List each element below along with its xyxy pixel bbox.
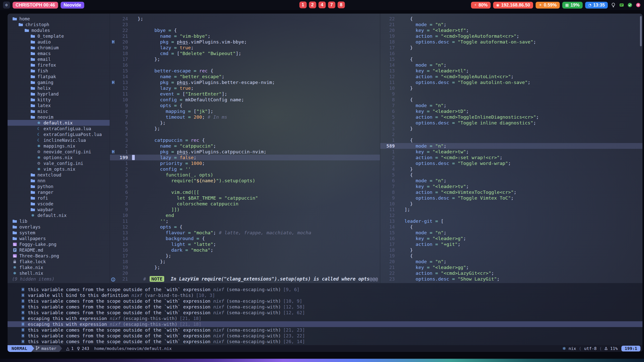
code-line[interactable]: 19 action = "<cmd>ToggleAutoformat<cr>"; <box>380 33 642 39</box>
code-line[interactable]: 2 config = '' <box>110 166 380 172</box>
code-line[interactable]: H1 pkg = pkgs.vimPlugins.catppuccin-nvim… <box>110 149 380 155</box>
tree-item[interactable]: modules <box>8 27 110 33</box>
tree-item[interactable]: nnn <box>8 178 110 184</box>
code-pane-left[interactable]: 24 };2322 bbye = {21 name = "vim-bbye";H… <box>110 14 380 283</box>
media-icon[interactable] <box>619 2 624 8</box>
git-branch[interactable]: master <box>34 345 60 352</box>
code-line[interactable]: 1 key = "<leader>tw"; <box>380 149 642 155</box>
check-icon[interactable] <box>627 2 633 8</box>
code-line[interactable]: 7 let $BAT_THEME = "catppuccin" <box>110 195 380 201</box>
code-line[interactable]: 22 action = "<cmd>LazyGit<cr>"; <box>380 270 642 276</box>
diagnostic-row[interactable]: Hthis variable comes from the scope outs… <box>8 333 642 339</box>
code-line[interactable]: 18 options.desc = "Toggle autoformat-on-… <box>380 39 642 45</box>
workspace-button[interactable]: 8 <box>337 2 345 8</box>
code-line[interactable]: 1 { <box>380 137 642 143</box>
code-line[interactable]: 21 name = "vim-bbye"; <box>110 33 380 39</box>
diagnostic-row[interactable]: Hthis variable comes from the scope outs… <box>8 310 642 315</box>
code-pane-right[interactable]: 22 {21 mode = "n";20 key = "<leader>tf";… <box>380 14 642 283</box>
code-line[interactable]: 16 key = "<leader>g"; <box>380 236 642 241</box>
code-line[interactable]: 9 <box>380 91 642 97</box>
tree-item[interactable]: ⚙vale_config.ini <box>8 160 110 166</box>
code-line[interactable]: 7 timeout = 200; # In ms <box>110 114 380 120</box>
tree-item[interactable]: README.md <box>8 247 110 253</box>
code-line[interactable]: 17 }; <box>110 253 380 259</box>
code-line[interactable]: 19 }; <box>110 264 380 270</box>
code-line[interactable]: 3 options.desc = "Toggle word-wrap"; <box>380 160 642 166</box>
code-line[interactable]: 13 leader-git = [ <box>380 218 642 224</box>
diagnostic-row[interactable]: Hvariable will bind to this definitionni… <box>8 292 642 298</box>
tree-item[interactable]: neovim <box>8 114 110 120</box>
code-line[interactable]: 19 { <box>380 253 642 259</box>
statusbar-cpu-load[interactable]: ☀0.59% <box>536 2 560 9</box>
tree-item[interactable]: ❄default.nix <box>8 212 110 218</box>
code-line[interactable]: 6 mode = "n"; <box>380 178 642 184</box>
code-line[interactable]: 17 }; <box>110 56 380 62</box>
code-line[interactable]: 18 } <box>380 247 642 253</box>
tree-item[interactable]: ☾inclineNavic.lua <box>8 137 110 143</box>
code-line[interactable]: 6 }; <box>110 120 380 126</box>
code-line[interactable]: 5 }; <box>110 126 380 131</box>
code-line[interactable]: 3 } <box>380 126 642 131</box>
code-line[interactable]: 6 vim.cmd([[ <box>110 189 380 195</box>
code-line[interactable]: 4 options.desc = "Toggle inline diagnost… <box>380 120 642 126</box>
code-line[interactable]: 8 colorscheme catppuccin <box>110 201 380 207</box>
tree-item[interactable]: vscode <box>8 201 110 207</box>
code-line[interactable]: 6 key = "<leader>tD"; <box>380 108 642 114</box>
code-line[interactable]: 14 background = { <box>110 236 380 241</box>
code-line[interactable]: 11 ]; <box>380 207 642 212</box>
tree-item[interactable]: latex <box>8 103 110 108</box>
diagnostic-row[interactable]: Hthis variable comes from the scope outs… <box>8 339 642 344</box>
tree-item[interactable]: lib <box>8 218 110 224</box>
code-line[interactable]: 22 bbye = { <box>110 27 380 33</box>
code-line[interactable]: 20 key = "<leader>tf"; <box>380 27 642 33</box>
code-line[interactable]: 4 } <box>380 166 642 172</box>
workspace-button[interactable]: 4 <box>318 2 326 8</box>
tree-item[interactable]: audio <box>8 39 110 45</box>
code-line[interactable]: 23 <box>110 22 380 27</box>
diagnostic-row[interactable]: Hthis variable comes from the scope outs… <box>8 287 642 292</box>
workspace-button[interactable]: 2 <box>309 2 316 8</box>
code-line[interactable]: 7 mode = "n"; <box>380 103 642 108</box>
tree-item[interactable]: flake.lock <box>8 259 110 264</box>
tree-item[interactable]: Three-Bears.png <box>8 253 110 259</box>
tree-item[interactable]: hyprland <box>8 91 110 97</box>
code-line[interactable]: 19 lazy = true; <box>110 45 380 51</box>
code-line[interactable]: 21 mode = "n"; <box>380 22 642 27</box>
tree-item[interactable]: emacs <box>8 51 110 56</box>
code-line[interactable]: 4 <box>110 131 380 137</box>
code-line[interactable]: 199 lazy = false; <box>110 155 380 160</box>
code-line[interactable]: 22 { <box>380 16 642 22</box>
tree-item[interactable]: helix <box>8 85 110 91</box>
tree-item[interactable]: overlays <box>8 224 110 230</box>
code-line[interactable]: i21 # NOTE In LazyVim require("clang_ext… <box>110 276 380 282</box>
workspace-button[interactable]: 1 <box>299 2 307 8</box>
tree-item[interactable]: flatpak <box>8 74 110 79</box>
code-line[interactable]: H20 pkg = pkgs.vimPlugins.vim-bbye; <box>110 39 380 45</box>
code-line[interactable]: 5 { <box>380 172 642 178</box>
code-line[interactable]: 9 ]]) <box>110 207 380 212</box>
code-line[interactable]: 13 key = "<leader>tl"; <box>380 68 642 74</box>
diagnostic-row[interactable]: Hthis variable comes from the scope outs… <box>8 304 642 310</box>
code-line[interactable]: 589 mode = "n"; <box>380 143 642 149</box>
code-line[interactable]: 11 ''; <box>110 218 380 224</box>
code-line[interactable]: 9 options.desc = "Toggle Vimtex ToC"; <box>380 195 642 201</box>
statusbar-battery[interactable]: ⚡80% <box>471 2 491 9</box>
code-line[interactable]: 5 <box>110 184 380 189</box>
tree-item[interactable]: kitty <box>8 97 110 103</box>
workspace-button[interactable]: 7 <box>328 2 335 8</box>
code-line[interactable]: 12 action = "<cmd>ToggleAutoLint<cr>"; <box>380 74 642 79</box>
tree-item[interactable]: ❄shell.nix <box>8 270 110 276</box>
code-line[interactable]: 18 }; <box>110 259 380 264</box>
code-line[interactable]: 12 <box>380 212 642 218</box>
tree-item[interactable]: gaming <box>8 79 110 85</box>
diagnostic-row[interactable]: Hthis variable comes from the scope outs… <box>8 298 642 304</box>
code-line[interactable]: 5 action = "<cmd>ToggleInlineDiagnostics… <box>380 114 642 120</box>
code-line[interactable]: 16 <box>110 62 380 68</box>
tree-item[interactable]: (9 hidden items) <box>8 276 110 282</box>
code-line[interactable]: 2 action = "<cmd>:set wrap!<cr>"; <box>380 155 642 160</box>
code-line[interactable]: 11 event = ["InsertEnter"]; <box>110 91 380 97</box>
code-line[interactable]: 12 lazy = true; <box>110 85 380 91</box>
code-line[interactable]: 14 mode = "n"; <box>380 62 642 68</box>
tree-item[interactable]: ❄flake.nix <box>8 264 110 270</box>
tree-item[interactable]: 0_template <box>8 33 110 39</box>
